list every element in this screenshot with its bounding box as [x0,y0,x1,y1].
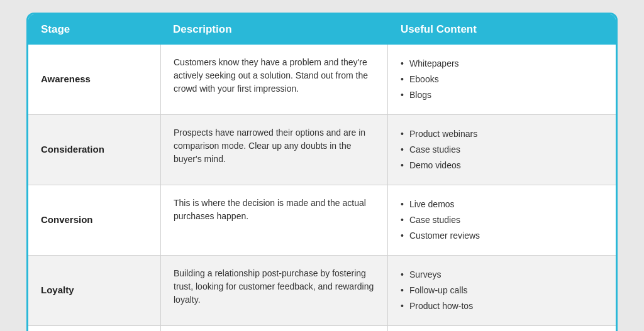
cell-description: Customers know they have a problem and t… [160,45,388,114]
cell-stage: Advocacy [28,326,160,331]
table-row: ConsiderationProspects have narrowed the… [28,115,616,185]
list-item: Ebooks [401,72,603,87]
cell-description: Building a relationship post-purchase by… [160,256,388,325]
list-item: Demo videos [401,158,603,173]
list-item: Live demos [401,197,603,212]
cell-stage: Awareness [28,45,160,114]
cell-content: SurveysFollow-up callsProduct how-tos [388,256,616,325]
table-header: Stage Description Useful Content [28,14,616,45]
table-body: AwarenessCustomers know they have a prob… [28,45,616,331]
table-row: ConversionThis is where the decision is … [28,185,616,256]
list-item: Whitepapers [401,56,603,72]
list-item: Product how-tos [401,298,603,314]
list-item: Surveys [401,267,603,283]
main-table: Stage Description Useful Content Awarene… [26,13,618,331]
table-row: LoyaltyBuilding a relationship post-purc… [28,256,616,326]
cell-content: Testimonial requests [388,326,616,331]
list-item: Follow-up calls [401,283,603,298]
header-useful-content: Useful Content [388,14,616,45]
cell-description: Prospects have narrowed their options an… [160,115,388,185]
cell-content: Product webinarsCase studiesDemo videos [388,115,616,185]
cell-stage: Conversion [28,185,160,255]
cell-content: Live demosCase studiesCustomer reviews [388,185,616,255]
header-stage: Stage [28,14,160,45]
cell-content: WhitepapersEbooksBlogs [388,45,616,114]
cell-description: This is where the decision is made and t… [160,185,388,255]
list-item: Case studies [401,212,603,228]
list-item: Case studies [401,142,603,158]
list-item: Blogs [401,87,603,103]
table-row: AdvocacyCreating advocates who spread th… [28,326,616,331]
list-item: Customer reviews [401,228,603,244]
header-description: Description [160,14,388,45]
cell-description: Creating advocates who spread the word o… [160,326,388,331]
table-row: AwarenessCustomers know they have a prob… [28,45,616,115]
list-item: Product webinars [401,126,603,142]
cell-stage: Loyalty [28,256,160,325]
cell-stage: Consideration [28,115,160,185]
